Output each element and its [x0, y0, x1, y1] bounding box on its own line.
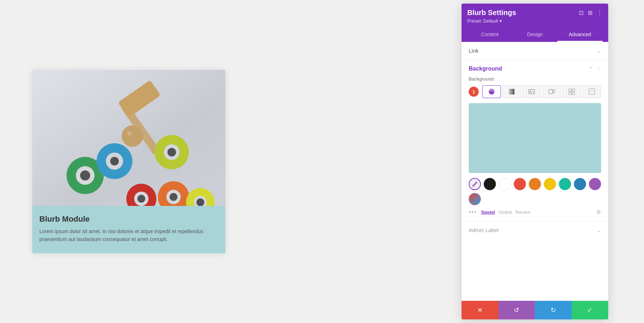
svg-point-4 — [122, 125, 143, 147]
svg-rect-30 — [549, 90, 553, 94]
panel-body: Link ⌄ Background ⌃ ⋮ Background 1 — [462, 42, 608, 301]
tab-content[interactable]: Content — [467, 28, 512, 42]
svg-rect-27 — [509, 89, 514, 95]
link-section[interactable]: Link ⌄ — [462, 42, 608, 60]
admin-label-text: Admin Label — [469, 227, 498, 233]
panel-header: Blurb Settings ⊡ ⊞ ⋮ Preset: Default Con… — [462, 4, 608, 42]
svg-point-21 — [80, 170, 90, 180]
svg-point-24 — [170, 193, 177, 201]
color-settings-icon[interactable]: ⚙ — [596, 209, 601, 215]
svg-point-36 — [473, 185, 474, 187]
background-header: Background ⌃ ⋮ — [469, 60, 601, 76]
blurb-image — [32, 70, 225, 206]
color-tab-global[interactable]: Global — [498, 209, 512, 215]
svg-rect-33 — [569, 92, 571, 95]
admin-label-section[interactable]: Admin Label ⌄ — [462, 221, 608, 239]
bg-collapse-icon[interactable]: ⌃ — [589, 66, 593, 72]
link-label: Link — [469, 48, 479, 54]
color-swatches — [469, 178, 601, 205]
svg-point-29 — [530, 91, 531, 92]
bg-type-video[interactable] — [542, 85, 561, 98]
panel-tabs: Content Design Advanced — [467, 28, 602, 42]
save-button[interactable]: ✓ — [572, 301, 609, 319]
cancel-button[interactable]: ✕ — [462, 301, 498, 319]
svg-rect-31 — [569, 89, 571, 91]
bg-type-color[interactable] — [482, 85, 501, 98]
bg-type-row: 1 — [469, 85, 601, 98]
svg-rect-32 — [572, 89, 575, 91]
more-icon[interactable]: ⋮ — [597, 9, 602, 16]
swatch-red[interactable] — [514, 178, 526, 190]
color-tabs-row: ••• Saved Global Recent ⚙ — [469, 209, 601, 215]
panel-title: Blurb Settings — [467, 9, 516, 17]
redo-button[interactable]: ↻ — [535, 301, 572, 319]
bg-type-buttons — [482, 85, 601, 98]
bg-number-badge: 1 — [469, 87, 479, 97]
svg-point-5 — [127, 131, 132, 136]
svg-point-22 — [110, 157, 119, 165]
color-tab-saved[interactable]: Saved — [481, 209, 495, 215]
swatch-orange[interactable] — [529, 178, 541, 190]
bg-type-image[interactable] — [522, 85, 541, 98]
dots-button[interactable]: ••• — [469, 209, 477, 215]
color-preview-box[interactable] — [469, 103, 601, 173]
svg-point-12 — [167, 148, 176, 156]
blurb-body: Lorem ipsum dolor sit amet. In nisi dolo… — [39, 227, 218, 244]
svg-point-25 — [196, 198, 204, 206]
bg-type-mask[interactable] — [582, 85, 601, 98]
swatch-blue[interactable] — [574, 178, 586, 190]
swatch-black[interactable] — [484, 178, 496, 190]
bg-type-pattern[interactable] — [562, 85, 581, 98]
undo-button[interactable]: ↺ — [498, 301, 535, 319]
swatch-yellow[interactable] — [544, 178, 556, 190]
settings-panel: Blurb Settings ⊡ ⊞ ⋮ Preset: Default Con… — [462, 4, 608, 319]
swatch-gradient[interactable] — [469, 193, 481, 205]
swatch-purple[interactable] — [589, 178, 601, 190]
blurb-card: Blurb Module Lorem ipsum dolor sit amet.… — [32, 70, 225, 254]
panel-header-icons: ⊡ ⊞ ⋮ — [579, 9, 602, 16]
action-bar: ✕ ↺ ↻ ✓ — [462, 301, 608, 319]
background-header-right: ⌃ ⋮ — [589, 66, 601, 72]
resize-icon[interactable]: ⊡ — [579, 9, 584, 16]
bg-type-gradient[interactable] — [502, 85, 521, 98]
tab-advanced[interactable]: Advanced — [557, 28, 602, 42]
color-tab-recent[interactable]: Recent — [516, 209, 530, 215]
blurb-text-area: Blurb Module Lorem ipsum dolor sit amet.… — [32, 206, 225, 254]
tab-design[interactable]: Design — [512, 28, 557, 42]
background-title: Background — [469, 66, 502, 72]
svg-rect-34 — [572, 92, 575, 95]
grid-icon[interactable]: ⊞ — [588, 9, 592, 16]
panel-preset[interactable]: Preset: Default — [467, 18, 602, 24]
svg-point-23 — [137, 195, 145, 203]
main-layout: Blurb Module Lorem ipsum dolor sit amet.… — [0, 0, 644, 323]
swatch-white[interactable] — [499, 178, 511, 190]
bg-more-icon[interactable]: ⋮ — [596, 66, 601, 72]
blurb-title: Blurb Module — [39, 214, 218, 224]
swatch-teal[interactable] — [559, 178, 571, 190]
admin-label-chevron: ⌄ — [597, 227, 601, 233]
preview-area: Blurb Module Lorem ipsum dolor sit amet.… — [29, 70, 229, 254]
bg-sub-label: Background — [469, 76, 601, 82]
background-section: Background ⌃ ⋮ Background 1 — [462, 60, 608, 221]
swatch-eyedropper[interactable] — [469, 178, 481, 190]
link-chevron: ⌄ — [597, 48, 601, 54]
panel-header-top: Blurb Settings ⊡ ⊞ ⋮ — [467, 9, 602, 17]
